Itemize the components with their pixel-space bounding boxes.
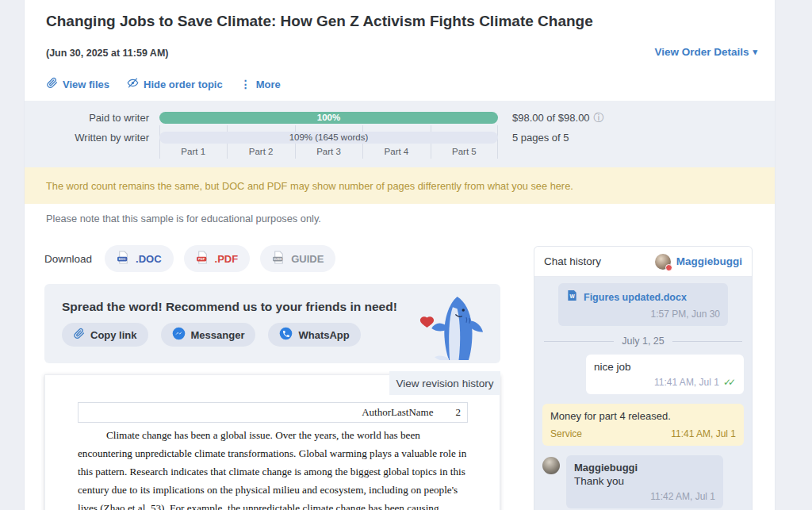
educational-note: Please note that this sample is for educ… bbox=[46, 213, 321, 224]
order-actions: View files Hide order topic ⋮ More bbox=[46, 77, 281, 91]
copy-link-button[interactable]: Copy link bbox=[62, 323, 148, 347]
avatar bbox=[542, 457, 560, 474]
order-card: Changing Jobs to Save Climate: How Gen Z… bbox=[24, 0, 776, 510]
link-icon bbox=[73, 328, 85, 342]
chat-message-text: Money for part 4 released. bbox=[550, 410, 736, 422]
svg-text:DOC: DOC bbox=[119, 257, 126, 261]
whatsapp-icon bbox=[279, 327, 293, 343]
paid-amount-text: $98.00 of $98.00 bbox=[512, 112, 590, 124]
paperclip-icon bbox=[46, 77, 58, 91]
chat-message-service: Money for part 4 released. Service 11:41… bbox=[542, 404, 744, 446]
chat-panel: Chat history Maggiebuggi W Figures updat… bbox=[534, 246, 753, 510]
whatsapp-button[interactable]: WhatsApp bbox=[268, 323, 360, 347]
word-count-notice: The word count remains the same, but DOC… bbox=[25, 167, 775, 204]
progress-section: Paid to writer Written by writer 100% 10… bbox=[25, 101, 775, 167]
caret-down-icon: ▾ bbox=[753, 47, 757, 57]
part-label: Part 1 bbox=[159, 147, 227, 156]
hide-order-topic-link[interactable]: Hide order topic bbox=[127, 77, 223, 91]
avatar bbox=[655, 254, 671, 270]
whatsapp-label: WhatsApp bbox=[298, 329, 349, 341]
view-order-details-link[interactable]: View Order Details ▾ bbox=[654, 46, 757, 58]
word-file-icon: W bbox=[566, 290, 578, 305]
guide-file-icon: GUIDE bbox=[272, 251, 285, 267]
messenger-icon bbox=[172, 327, 186, 343]
service-tag: Service bbox=[550, 428, 582, 439]
pages-count: 5 pages of 5 bbox=[512, 132, 569, 144]
written-by-writer-label: Written by writer bbox=[25, 132, 149, 144]
chat-message-time: 11:41 AM, Jul 1 bbox=[654, 377, 719, 388]
svg-text:PDF: PDF bbox=[198, 257, 205, 261]
pdf-file-icon: PDF bbox=[196, 251, 209, 267]
chat-username-link[interactable]: Maggiebuggi bbox=[676, 255, 742, 267]
part-label: Part 4 bbox=[362, 147, 430, 156]
progress-bars: 100% 109% (1645 words) Part 1 Part 2 Par… bbox=[159, 101, 498, 167]
document-page-number: 2 bbox=[456, 406, 462, 419]
pages-count-text: 5 pages of 5 bbox=[512, 132, 569, 144]
status-dot bbox=[665, 264, 672, 271]
chat-message-time: 11:41 AM, Jul 1 bbox=[671, 428, 736, 439]
page-title: Changing Jobs to Save Climate: How Gen Z… bbox=[46, 13, 593, 30]
chat-message-author: Maggiebuggi bbox=[574, 462, 715, 474]
copy-link-label: Copy link bbox=[90, 329, 137, 341]
chat-message-sent: nice job 11:41 AM, Jul 1 ✓✓ bbox=[586, 355, 744, 394]
part-label: Part 5 bbox=[431, 147, 498, 156]
part-label: Part 2 bbox=[227, 147, 294, 156]
written-progress-value: 109% (1645 words) bbox=[289, 132, 369, 142]
order-date: (Jun 30, 2025 at 11:59 AM) bbox=[46, 48, 168, 59]
chat-title: Chat history bbox=[544, 255, 601, 267]
document-body-text: Climate change has been a global issue. … bbox=[78, 426, 469, 510]
download-row: Download DOC .DOC PDF .PDF GUIDE GUIDE bbox=[44, 245, 335, 272]
more-label: More bbox=[256, 79, 281, 90]
view-files-label: View files bbox=[63, 79, 109, 90]
eye-slash-icon bbox=[127, 77, 139, 91]
chat-message-received: Maggiebuggi Thank you 11:42 AM, Jul 1 bbox=[542, 455, 723, 508]
document-author: AuthorLastName bbox=[362, 406, 433, 419]
doc-file-icon: DOC bbox=[117, 251, 130, 267]
double-check-icon: ✓✓ bbox=[723, 377, 736, 388]
download-doc-button[interactable]: DOC .DOC bbox=[105, 245, 174, 272]
chat-message-text: Thank you bbox=[574, 475, 715, 487]
part-label: Part 3 bbox=[295, 147, 362, 156]
download-pdf-button[interactable]: PDF .PDF bbox=[184, 245, 251, 272]
chat-header: Chat history Maggiebuggi bbox=[534, 247, 752, 277]
chat-message-file: W Figures updated.docx 1:57 PM, Jun 30 bbox=[558, 283, 728, 326]
share-title: Spread the word! Recommend us to your fr… bbox=[62, 300, 397, 314]
info-icon[interactable]: ⓘ bbox=[594, 111, 604, 125]
document-running-head: AuthorLastName 2 bbox=[78, 402, 468, 423]
shark-mascot-illustration bbox=[415, 295, 488, 363]
svg-text:W: W bbox=[569, 293, 575, 299]
download-doc-label: .DOC bbox=[136, 253, 162, 265]
download-pdf-label: .PDF bbox=[215, 253, 239, 265]
chat-message-time: 1:57 PM, Jun 30 bbox=[566, 309, 720, 320]
word-count-notice-text: The word count remains the same, but DOC… bbox=[46, 180, 573, 192]
hide-order-topic-label: Hide order topic bbox=[144, 79, 223, 90]
chat-user: Maggiebuggi bbox=[655, 254, 742, 270]
paid-amount: $98.00 of $98.00 ⓘ bbox=[512, 112, 604, 124]
written-progress-bar: 109% (1645 words) bbox=[159, 132, 498, 144]
messenger-label: Messanger bbox=[191, 329, 245, 341]
download-label: Download bbox=[44, 253, 92, 265]
chat-message-time: 11:42 AM, Jul 1 bbox=[574, 491, 715, 502]
chat-message-text: nice job bbox=[594, 361, 736, 373]
paid-to-writer-label: Paid to writer bbox=[25, 112, 149, 124]
chat-file-link[interactable]: Figures updated.docx bbox=[584, 292, 687, 303]
view-revision-history-button[interactable]: View revision history bbox=[389, 371, 500, 395]
document-preview-area: AuthorLastName 2 Climate change has been… bbox=[44, 371, 500, 510]
download-guide-label: GUIDE bbox=[291, 253, 324, 265]
paid-progress-bar: 100% bbox=[159, 112, 498, 124]
chat-body: W Figures updated.docx 1:57 PM, Jun 30 J… bbox=[534, 277, 752, 510]
more-icon: ⋮ bbox=[240, 78, 251, 90]
parts-row: Part 1 Part 2 Part 3 Part 4 Part 5 bbox=[159, 147, 498, 156]
view-order-details-label: View Order Details bbox=[654, 46, 749, 58]
messenger-button[interactable]: Messanger bbox=[161, 323, 256, 347]
paid-progress-value: 100% bbox=[317, 113, 340, 122]
share-buttons: Copy link Messanger WhatsApp bbox=[62, 323, 361, 347]
chat-date-label: July 1, 25 bbox=[622, 336, 665, 347]
more-link[interactable]: ⋮ More bbox=[240, 78, 281, 90]
download-guide-button[interactable]: GUIDE GUIDE bbox=[260, 245, 335, 272]
svg-text:GUIDE: GUIDE bbox=[274, 258, 282, 261]
chat-date-divider: July 1, 25 bbox=[544, 336, 742, 347]
view-files-link[interactable]: View files bbox=[46, 77, 109, 91]
share-card: Spread the word! Recommend us to your fr… bbox=[44, 284, 500, 363]
